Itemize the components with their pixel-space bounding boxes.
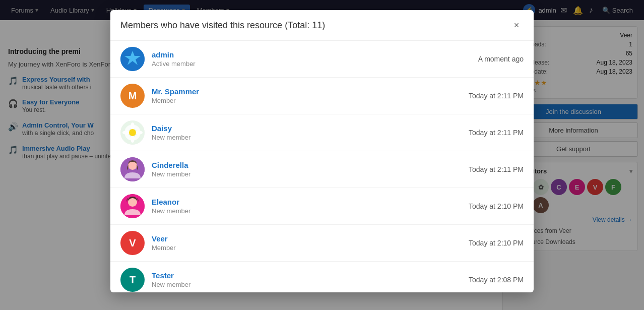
- member-avatar-tester[interactable]: T: [120, 268, 145, 292]
- member-role: New member: [152, 134, 469, 141]
- modal-close-button[interactable]: ×: [509, 18, 524, 32]
- member-avatar-veer[interactable]: V: [120, 231, 145, 255]
- member-info-mr-spammer: Mr. Spammer Member: [152, 87, 469, 104]
- table-row: Cinderella New member Today at 2:11 PM: [110, 151, 534, 188]
- member-time: Today at 2:08 PM: [469, 276, 524, 284]
- member-name[interactable]: Tester: [152, 271, 469, 280]
- modal-title: Members who have visited this resource (…: [120, 20, 325, 31]
- member-avatar-cinderella[interactable]: [120, 157, 145, 181]
- table-row: T Tester New member Today at 2:08 PM: [110, 262, 534, 292]
- members-visited-modal: Members who have visited this resource (…: [110, 10, 534, 292]
- member-name[interactable]: Eleanor: [152, 198, 469, 206]
- member-name[interactable]: Daisy: [152, 124, 469, 133]
- member-time: Today at 2:10 PM: [469, 202, 524, 210]
- member-name[interactable]: Mr. Spammer: [152, 87, 469, 96]
- modal-overlay[interactable]: Members who have visited this resource (…: [0, 0, 644, 310]
- member-time: A moment ago: [478, 55, 524, 63]
- member-avatar-daisy[interactable]: [120, 120, 145, 145]
- table-row: V Veer Member Today at 2:10 PM: [110, 225, 534, 262]
- member-name[interactable]: admin: [152, 50, 478, 59]
- member-avatar-mr-spammer[interactable]: M: [120, 84, 145, 108]
- table-row: M Mr. Spammer Member Today at 2:11 PM: [110, 78, 534, 114]
- member-time: Today at 2:11 PM: [469, 92, 524, 100]
- member-avatar-eleanor[interactable]: [120, 194, 145, 218]
- member-name[interactable]: Cinderella: [152, 161, 469, 169]
- member-info-cinderella: Cinderella New member: [152, 161, 469, 178]
- member-info-daisy: Daisy New member: [152, 124, 469, 141]
- member-role: Member: [152, 97, 469, 104]
- table-row: admin Active member A moment ago: [110, 41, 534, 78]
- member-time: Today at 2:11 PM: [469, 129, 524, 137]
- modal-body: admin Active member A moment ago M Mr. S…: [110, 41, 534, 292]
- member-role: New member: [152, 281, 469, 288]
- table-row: Eleanor New member Today at 2:10 PM: [110, 188, 534, 225]
- member-name[interactable]: Veer: [152, 234, 469, 243]
- member-role: Member: [152, 244, 469, 252]
- svg-point-11: [129, 129, 136, 136]
- member-role: Active member: [152, 60, 478, 68]
- member-avatar-admin[interactable]: [120, 47, 145, 71]
- member-info-tester: Tester New member: [152, 271, 469, 288]
- member-role: New member: [152, 170, 469, 178]
- modal-header: Members who have visited this resource (…: [110, 10, 534, 41]
- member-info-veer: Veer Member: [152, 234, 469, 252]
- member-info-admin: admin Active member: [152, 50, 478, 68]
- member-time: Today at 2:10 PM: [469, 239, 524, 247]
- member-time: Today at 2:11 PM: [469, 165, 524, 173]
- member-role: New member: [152, 207, 469, 215]
- table-row: Daisy New member Today at 2:11 PM: [110, 114, 534, 151]
- member-info-eleanor: Eleanor New member: [152, 198, 469, 215]
